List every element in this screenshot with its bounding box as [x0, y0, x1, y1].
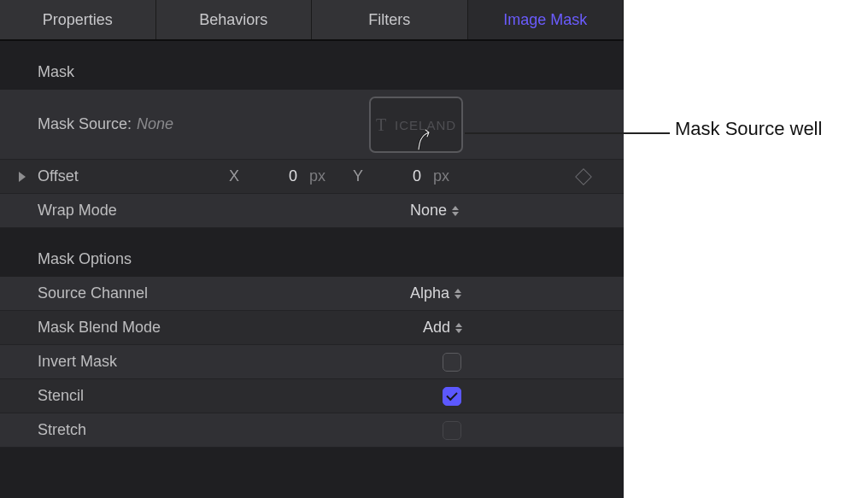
- tab-filters[interactable]: Filters: [312, 0, 468, 39]
- callout-mask-source-well: Mask Source well: [675, 118, 822, 140]
- text-layer-icon: T: [376, 115, 386, 135]
- offset-x-value[interactable]: 0: [246, 167, 297, 185]
- mask-source-value: None: [137, 115, 173, 133]
- mask-blend-mode-value: Add: [423, 319, 450, 337]
- stretch-label: Stretch: [38, 421, 208, 439]
- mask-source-label: Mask Source:: [38, 115, 132, 133]
- wrap-mode-value: None: [410, 202, 447, 220]
- tab-behaviors[interactable]: Behaviors: [156, 0, 313, 39]
- row-stencil: Stencil: [0, 379, 624, 413]
- offset-label: Offset: [38, 167, 208, 185]
- mask-source-well[interactable]: T ICELAND: [369, 97, 463, 153]
- offset-y-unit: px: [433, 167, 449, 185]
- checkmark-icon: [446, 389, 457, 400]
- row-wrap-mode: Wrap Mode None: [0, 194, 624, 228]
- row-source-channel: Source Channel Alpha: [0, 277, 624, 311]
- row-invert-mask: Invert Mask: [0, 345, 624, 379]
- mask-source-well-text: ICELAND: [395, 118, 456, 132]
- offset-disclosure-icon[interactable]: [19, 172, 26, 182]
- mask-blend-mode-popup[interactable]: Add: [423, 319, 462, 337]
- invert-mask-label: Invert Mask: [38, 353, 208, 371]
- source-channel-value: Alpha: [410, 284, 449, 302]
- wrap-mode-label: Wrap Mode: [38, 202, 208, 220]
- row-mask-blend-mode: Mask Blend Mode Add: [0, 311, 624, 345]
- inspector-panel: Properties Behaviors Filters Image Mask …: [0, 0, 624, 498]
- keyframe-diamond-icon[interactable]: [575, 168, 592, 185]
- source-channel-popup[interactable]: Alpha: [410, 284, 461, 302]
- invert-mask-checkbox[interactable]: [443, 353, 461, 372]
- wrap-mode-popup[interactable]: None: [410, 202, 459, 220]
- row-mask-source: Mask Source: None T ICELAND: [0, 90, 624, 160]
- stencil-checkbox[interactable]: [443, 387, 461, 406]
- tab-properties[interactable]: Properties: [0, 0, 156, 39]
- offset-x-unit: px: [309, 167, 326, 185]
- tab-bar: Properties Behaviors Filters Image Mask: [0, 0, 624, 41]
- mask-blend-mode-label: Mask Blend Mode: [38, 319, 208, 337]
- offset-x-label: X: [229, 167, 239, 185]
- row-offset: Offset X 0 px Y 0 px: [0, 160, 624, 194]
- section-header-mask: Mask: [0, 53, 624, 90]
- section-header-mask-options: Mask Options: [0, 240, 624, 277]
- offset-y-label: Y: [353, 167, 363, 185]
- row-stretch: Stretch: [0, 413, 624, 448]
- offset-y-value[interactable]: 0: [370, 167, 421, 185]
- tab-image-mask[interactable]: Image Mask: [468, 0, 625, 39]
- popup-arrows-icon: [455, 289, 461, 299]
- popup-arrows-icon: [455, 323, 462, 333]
- stencil-label: Stencil: [38, 387, 208, 405]
- callout-line: [465, 132, 670, 134]
- popup-arrows-icon: [452, 206, 459, 216]
- source-channel-label: Source Channel: [38, 284, 208, 302]
- stretch-checkbox: [443, 421, 461, 440]
